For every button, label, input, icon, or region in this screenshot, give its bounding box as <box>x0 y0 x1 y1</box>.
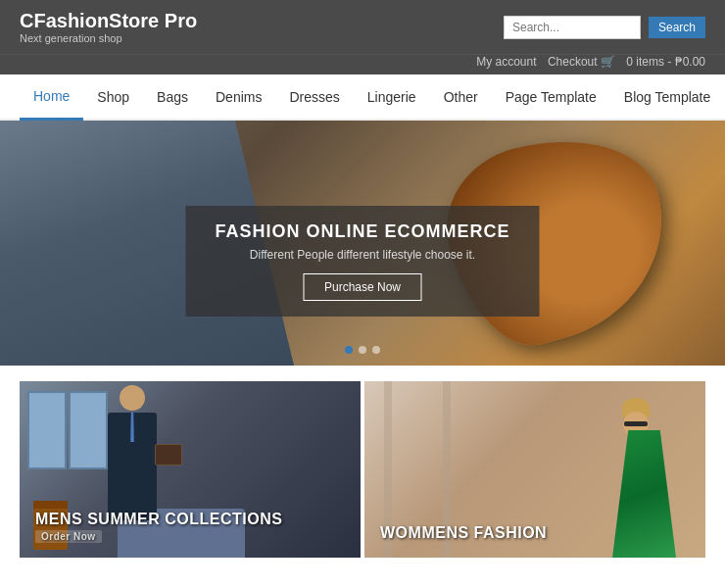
search-input[interactable] <box>504 16 641 39</box>
main-nav: Home Shop Bags Denims Dresses Lingerie O… <box>0 74 725 121</box>
nav-item-blog-template[interactable]: Blog Template <box>610 75 724 119</box>
nav-item-other[interactable]: Other <box>430 75 492 119</box>
nav-item-bags[interactable]: Bags <box>143 75 202 119</box>
hero-title: FASHION ONLINE ECOMMERCE <box>215 221 509 242</box>
nav-item-denims[interactable]: Denims <box>202 75 275 119</box>
my-account-link[interactable]: My account <box>476 55 536 69</box>
mens-sublabel: Order Now <box>35 530 282 542</box>
hero-text-overlay: FASHION ONLINE ECOMMERCE Different Peopl… <box>185 206 539 317</box>
checkout-link[interactable]: Checkout <box>548 55 598 69</box>
hero-dot-2[interactable] <box>359 346 366 354</box>
site-tagline: Next generation shop <box>20 32 197 44</box>
header-right: Search <box>504 16 705 39</box>
site-title: CFashionStore Pro <box>20 10 197 32</box>
nav-item-dresses[interactable]: Dresses <box>275 75 353 119</box>
cart-link[interactable]: 0 items - ₱0.00 <box>626 55 705 69</box>
womens-figure <box>612 398 676 558</box>
hero-dots <box>345 346 380 354</box>
womens-label-text: WOMMENS FASHION <box>380 524 547 541</box>
site-branding: CFashionStore Pro Next generation shop <box>20 10 197 44</box>
hero-subtitle: Different People different lifestyle cho… <box>215 248 509 262</box>
hero-dot-3[interactable] <box>372 346 380 354</box>
cart-price: ₱0.00 <box>675 55 705 69</box>
nav-item-shop[interactable]: Shop <box>83 75 143 119</box>
featured-card-womens[interactable]: WOMMENS FASHION <box>364 381 705 558</box>
top-links-bar: My account Checkout 🛒 0 items - ₱0.00 <box>0 54 725 74</box>
chair-back <box>33 501 68 509</box>
cart-items: 0 items <box>626 55 664 69</box>
mens-label-text: MENS SUMMER COLLECTIONS <box>35 511 282 527</box>
womens-collection-label: WOMMENS FASHION <box>380 524 547 542</box>
hero-dot-1[interactable] <box>345 346 353 354</box>
search-button[interactable]: Search <box>649 17 705 38</box>
nav-item-page-template[interactable]: Page Template <box>492 75 610 119</box>
mens-collection-label: MENS SUMMER COLLECTIONS Order Now <box>35 511 282 542</box>
cart-icon: 🛒 <box>601 55 615 69</box>
hero-banner: FASHION ONLINE ECOMMERCE Different Peopl… <box>0 121 725 366</box>
nav-item-home[interactable]: Home <box>20 74 83 121</box>
hero-cta-button[interactable]: Purchase Now <box>304 273 421 301</box>
featured-grid: MENS SUMMER COLLECTIONS Order Now <box>0 366 725 558</box>
site-header: CFashionStore Pro Next generation shop S… <box>0 0 725 54</box>
mens-figure <box>108 385 157 520</box>
nav-item-lingerie[interactable]: Lingerie <box>354 75 430 119</box>
featured-card-mens[interactable]: MENS SUMMER COLLECTIONS Order Now <box>20 381 361 558</box>
